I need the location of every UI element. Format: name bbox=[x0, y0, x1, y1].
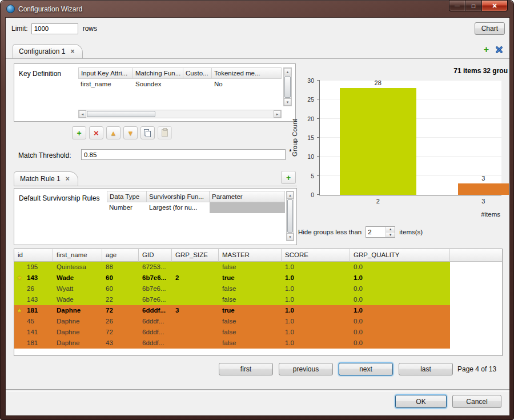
spinner-up-icon[interactable]: ▲ bbox=[386, 227, 395, 233]
table-row[interactable]: 26Wyatt606b7e6...false1.00.0 bbox=[14, 283, 502, 294]
chart-bar: 3 bbox=[458, 183, 509, 195]
table-cell: Soundex bbox=[133, 79, 183, 90]
add-key-button[interactable]: + bbox=[72, 126, 86, 139]
table-cell: 143 bbox=[14, 294, 53, 305]
first-page-button[interactable]: first bbox=[219, 363, 273, 375]
footer-separator bbox=[6, 389, 509, 391]
maximize-button[interactable]: □ bbox=[465, 1, 481, 11]
table-cell-filler bbox=[450, 294, 502, 305]
close-button[interactable]: × bbox=[481, 1, 508, 11]
survivorship-section: Default Survivorship Rules Data TypeSurv… bbox=[14, 188, 297, 245]
column-header[interactable]: Survivorship Fun... bbox=[147, 191, 210, 202]
scroll-right-icon[interactable]: ► bbox=[274, 110, 281, 118]
hide-groups-input[interactable] bbox=[366, 227, 386, 237]
move-up-button[interactable]: ▲ bbox=[106, 126, 121, 139]
table-cell: 0.0 bbox=[350, 283, 450, 294]
table-cell: 45 bbox=[14, 316, 53, 327]
move-down-button[interactable]: ▼ bbox=[123, 126, 138, 139]
scrollbar-thumb[interactable] bbox=[87, 111, 155, 117]
scrollbar-track[interactable] bbox=[287, 199, 294, 233]
table-cell: 0.0 bbox=[350, 338, 450, 349]
y-tick-label: 10 bbox=[307, 153, 314, 160]
column-header[interactable]: Input Key Attri... bbox=[78, 67, 133, 79]
table-row[interactable]: 45Daphne266dddf...false1.00.0 bbox=[14, 316, 502, 327]
results-column-header[interactable]: id bbox=[14, 249, 53, 262]
cancel-button[interactable]: Cancel bbox=[452, 395, 501, 408]
table-row[interactable]: NumberLargest (for nu... bbox=[107, 202, 285, 213]
key-definition-hscrollbar[interactable]: ◄ ► bbox=[78, 110, 282, 118]
import-match-rule-icon[interactable] bbox=[495, 45, 504, 54]
scroll-down-icon[interactable]: ▼ bbox=[287, 233, 294, 241]
delete-key-button[interactable]: × bbox=[89, 126, 103, 139]
chart-bar: 28 bbox=[340, 88, 416, 195]
column-header[interactable]: Custo... bbox=[183, 67, 212, 79]
master-star-icon: ★ bbox=[17, 274, 22, 282]
column-header[interactable]: Tokenized me... bbox=[212, 67, 282, 79]
paste-button[interactable] bbox=[158, 126, 172, 139]
tab-close-icon[interactable]: × bbox=[70, 48, 74, 55]
last-page-button[interactable]: last bbox=[399, 363, 453, 375]
limit-input[interactable] bbox=[31, 23, 78, 34]
chart-plot: 28233 bbox=[319, 81, 501, 195]
copy-button[interactable] bbox=[140, 126, 155, 139]
table-cell: 1.0 bbox=[350, 305, 450, 316]
ok-button[interactable]: OK bbox=[395, 395, 447, 408]
tab-label: Match Rule 1 bbox=[20, 175, 61, 183]
table-row[interactable]: 195Quintessa8867253...false1.00.0 bbox=[14, 262, 502, 273]
match-threshold-input[interactable] bbox=[81, 149, 286, 160]
previous-page-button[interactable]: previous bbox=[279, 363, 333, 375]
table-cell: false bbox=[219, 262, 282, 273]
tab-close-icon[interactable]: × bbox=[66, 175, 70, 182]
table-row[interactable]: ★143Wade606b7e6...2true1.01.0 bbox=[14, 273, 502, 283]
paste-icon bbox=[162, 129, 168, 137]
configuration-wizard-window: Configuration Wizard — □ × Limit: rows C… bbox=[0, 0, 514, 420]
table-cell-filler bbox=[450, 262, 502, 273]
results-column-header[interactable]: age bbox=[102, 249, 139, 262]
table-cell: 1.0 bbox=[282, 262, 350, 273]
table-cell bbox=[172, 338, 219, 349]
table-cell: false bbox=[219, 327, 282, 338]
scroll-left-icon[interactable]: ◄ bbox=[79, 110, 86, 118]
table-row[interactable]: 141Daphne726dddf...false1.00.0 bbox=[14, 327, 502, 338]
x-tick-label: 2 bbox=[340, 198, 416, 205]
add-configuration-icon[interactable]: + bbox=[484, 45, 489, 54]
column-header[interactable]: Parameter bbox=[210, 191, 285, 202]
table-cell bbox=[172, 294, 219, 305]
minimize-button[interactable]: — bbox=[449, 1, 465, 11]
table-row[interactable]: ★181Daphne726dddf...3true1.01.0 bbox=[14, 305, 502, 316]
results-column-header[interactable]: GRP_SIZE bbox=[172, 249, 219, 262]
chart-button[interactable]: Chart bbox=[475, 22, 505, 35]
titlebar[interactable]: Configuration Wizard — □ × bbox=[5, 1, 509, 17]
table-cell-filler bbox=[450, 338, 502, 349]
table-cell bbox=[172, 327, 219, 338]
survivorship-vscrollbar[interactable]: ▲ ▼ bbox=[286, 191, 294, 241]
results-column-header[interactable]: SCORE bbox=[282, 249, 350, 262]
results-column-header[interactable]: MASTER bbox=[219, 249, 282, 262]
bar-value-label: 3 bbox=[458, 175, 509, 182]
chart-y-axis-label: Group Count bbox=[290, 81, 299, 195]
table-cell: ★143 bbox=[14, 273, 53, 283]
next-page-button[interactable]: next bbox=[339, 363, 393, 375]
scroll-up-icon[interactable]: ▲ bbox=[284, 68, 291, 75]
column-header[interactable]: Data Type bbox=[107, 191, 147, 202]
column-header[interactable]: Matching Fun... bbox=[133, 67, 183, 79]
spinner-down-icon[interactable]: ▼ bbox=[386, 233, 395, 238]
scrollbar-thumb[interactable] bbox=[287, 199, 293, 233]
table-row[interactable]: first_nameSoundexNo bbox=[78, 79, 282, 90]
results-column-header[interactable]: GRP_QUALITY bbox=[350, 249, 450, 262]
tab-configuration-1[interactable]: Configuration 1 × bbox=[13, 44, 83, 58]
results-column-header[interactable]: GID bbox=[139, 249, 172, 262]
table-row[interactable]: 181Daphne436dddf...false1.00.0 bbox=[14, 338, 502, 349]
window-title: Configuration Wizard bbox=[18, 5, 82, 13]
scrollbar-track[interactable] bbox=[86, 110, 274, 118]
table-cell: 0.0 bbox=[350, 262, 450, 273]
tab-match-rule-1[interactable]: Match Rule 1 × bbox=[14, 171, 78, 186]
results-column-header[interactable]: first_name bbox=[53, 249, 102, 262]
table-cell: Daphne bbox=[53, 338, 102, 349]
table-cell bbox=[172, 283, 219, 294]
table-row[interactable]: 143Wade226b7e6...false1.00.0 bbox=[14, 294, 502, 305]
table-cell-filler bbox=[450, 273, 502, 283]
arrow-up-icon: ▲ bbox=[110, 130, 117, 137]
table-cell: false bbox=[219, 338, 282, 349]
table-cell: Wade bbox=[53, 273, 102, 283]
